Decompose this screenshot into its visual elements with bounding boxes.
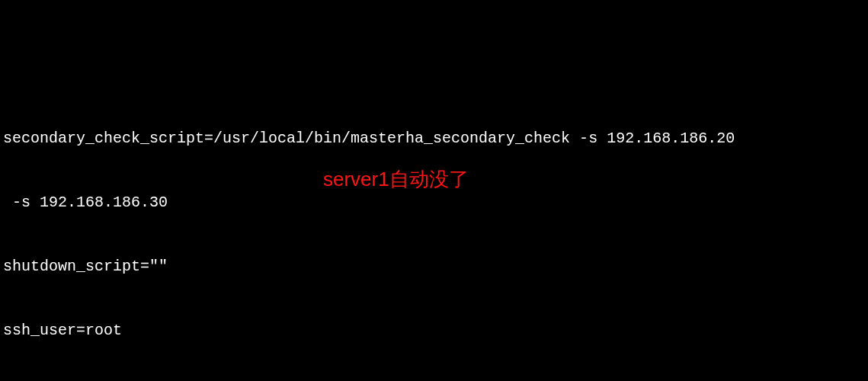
config-line: secondary_check_script=/usr/local/bin/ma… — [3, 128, 865, 149]
config-line: ssh_user=root — [3, 320, 865, 341]
terminal-viewport[interactable]: secondary_check_script=/usr/local/bin/ma… — [3, 85, 865, 381]
overlay-annotation: server1自动没了 — [323, 165, 469, 193]
config-line: shutdown_script="" — [3, 256, 865, 277]
config-line: -s 192.168.186.30 — [3, 192, 865, 213]
